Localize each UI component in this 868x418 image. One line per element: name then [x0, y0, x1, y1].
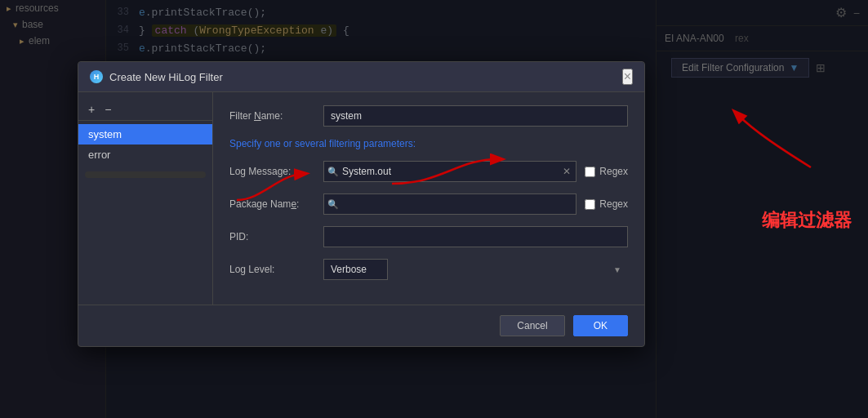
dialog-footer: Cancel OK: [78, 305, 644, 346]
dialog-title-left: H Create New HiLog Filter: [90, 70, 223, 83]
log-level-select[interactable]: Verbose Debug Info Warn Error: [323, 259, 388, 280]
filter-name-row: Filter Name:: [229, 105, 628, 127]
log-message-regex-wrap: Regex: [585, 166, 628, 177]
pid-label: PID:: [229, 231, 323, 242]
ok-button[interactable]: OK: [573, 315, 628, 336]
dialog-close-button[interactable]: ×: [622, 69, 633, 85]
filter-name-input[interactable]: [323, 105, 628, 127]
add-filter-button[interactable]: +: [85, 102, 98, 117]
filter-form-panel: Filter Name: Specify one or several filt…: [213, 92, 644, 305]
filter-name-label: Filter Name:: [229, 110, 323, 122]
dialog-icon: H: [90, 70, 103, 83]
log-message-label: Log Message:: [229, 166, 323, 177]
package-name-row: Package Name: 🔍 Regex: [229, 193, 628, 215]
package-name-regex-wrap: Regex: [585, 198, 628, 210]
log-message-regex-label: Regex: [599, 166, 628, 177]
log-message-field-wrap: 🔍 ✕: [323, 161, 576, 182]
pid-row: PID:: [229, 226, 628, 247]
search-icon-pkg: 🔍: [327, 199, 339, 210]
select-arrow-icon: ▼: [613, 265, 621, 274]
filter-list-panel: + − system error: [78, 92, 213, 305]
cancel-button[interactable]: Cancel: [500, 315, 564, 336]
clear-log-message-button[interactable]: ✕: [561, 166, 572, 177]
package-name-input[interactable]: [342, 194, 572, 214]
filter-list-scrollbar[interactable]: [85, 171, 206, 178]
package-name-regex-checkbox[interactable]: [585, 199, 595, 210]
package-name-field-wrap: 🔍: [323, 193, 576, 215]
log-level-label: Log Level:: [229, 264, 323, 275]
log-message-row: Log Message: 🔍 ✕ Regex: [229, 161, 628, 182]
filter-item-system[interactable]: system: [78, 124, 212, 145]
log-level-select-wrap: Verbose Debug Info Warn Error ▼: [323, 259, 628, 280]
dialog-titlebar: H Create New HiLog Filter ×: [78, 62, 644, 92]
dialog-title-text: Create New HiLog Filter: [109, 71, 223, 83]
remove-filter-button[interactable]: −: [101, 102, 114, 117]
search-icon: 🔍: [327, 167, 339, 177]
filter-list-toolbar: + −: [78, 99, 212, 121]
dialog-body: + − system error Filter Name: Specify on…: [78, 92, 644, 305]
package-name-regex-label: Regex: [599, 198, 628, 210]
annotation-label-right: 编辑过滤器: [762, 208, 852, 233]
log-message-input[interactable]: [342, 162, 561, 181]
log-level-row: Log Level: Verbose Debug Info Warn Error…: [229, 259, 628, 280]
specify-text: Specify one or several filtering paramet…: [229, 138, 628, 149]
package-name-label: Package Name:: [229, 198, 323, 210]
pid-input[interactable]: [323, 226, 628, 247]
log-message-regex-checkbox[interactable]: [585, 167, 595, 177]
create-filter-dialog: H Create New HiLog Filter × + − system e…: [78, 61, 645, 347]
filter-item-error[interactable]: error: [78, 145, 212, 165]
